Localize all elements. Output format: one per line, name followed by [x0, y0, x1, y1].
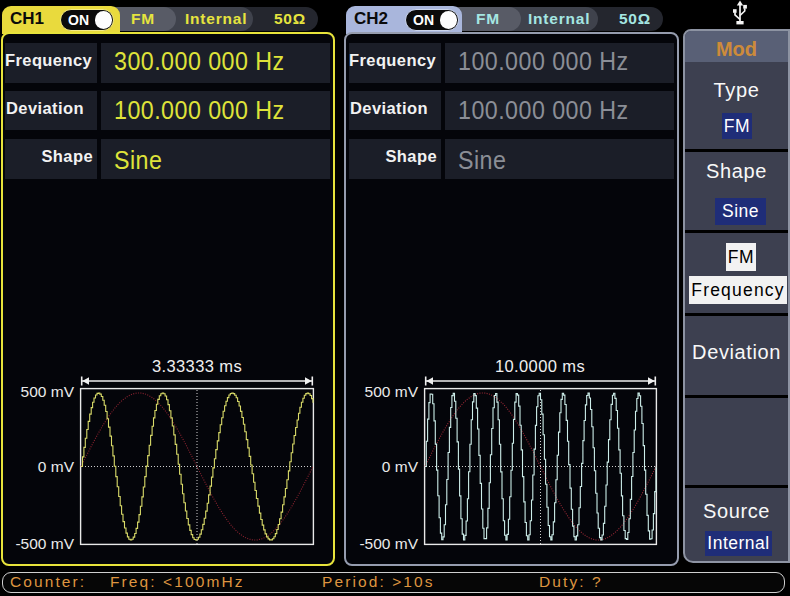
- svg-text:0 mV: 0 mV: [38, 458, 75, 475]
- svg-text:-500 mV: -500 mV: [15, 535, 74, 552]
- svg-text:3.33333 ms: 3.33333 ms: [152, 357, 242, 375]
- svg-text:10.0000 ms: 10.0000 ms: [495, 357, 585, 375]
- svg-text:500 mV: 500 mV: [21, 383, 75, 400]
- svg-text:0 mV: 0 mV: [382, 458, 419, 475]
- svg-text:-500 mV: -500 mV: [359, 535, 418, 552]
- svg-text:500 mV: 500 mV: [365, 383, 419, 400]
